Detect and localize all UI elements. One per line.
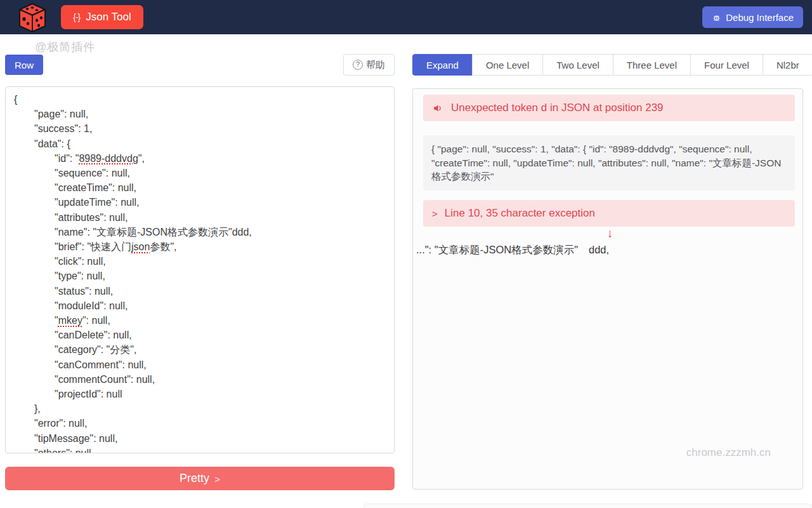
spellcheck-underline: 8989-dddvdg — [79, 153, 138, 164]
context-prefix: ...": "文章标题-JSON格式参数演示" — [416, 244, 578, 255]
editor-line: "updateTime": null, — [14, 195, 388, 210]
row-button[interactable]: Row — [5, 55, 43, 75]
editor-line: "id": "8989-dddvdg", — [14, 151, 388, 166]
plugin-watermark: @极简插件 — [35, 39, 95, 55]
chevron-right-icon: > — [214, 474, 220, 485]
editor-line: "mkey": null, — [14, 313, 388, 328]
editor-line: "others": null — [14, 446, 388, 453]
tab-two-level[interactable]: Two Level — [542, 54, 613, 76]
chevron-right-icon: > — [432, 208, 438, 219]
editor-line: "name": "文章标题-JSON格式参数演示"ddd, — [14, 225, 388, 239]
tab-four-level[interactable]: Four Level — [690, 54, 763, 76]
dice-logo-icon — [17, 3, 48, 33]
tab-nl2br[interactable]: Nl2br — [763, 54, 812, 76]
tab-expand[interactable]: Expand — [412, 54, 473, 76]
json-tool-label: Json Tool — [86, 11, 131, 23]
error-context-line: ...": "文章标题-JSON格式参数演示"ddd, — [416, 243, 609, 257]
site-watermark: chrome.zzzmh.cn — [686, 446, 771, 459]
bug-icon — [712, 13, 721, 22]
editor-line: "error": null, — [14, 416, 388, 431]
editor-line: }, — [14, 401, 388, 416]
editor-line: "tipMessage": null, — [14, 431, 388, 446]
editor-line: "createTime": null, — [14, 180, 388, 195]
spellcheck-underline: json — [131, 241, 150, 252]
editor-line: "page": null, — [14, 107, 388, 121]
editor-line: "commentCount": null, — [14, 372, 388, 387]
json-editor[interactable]: {"page": null,"success": 1,"data": {"id"… — [5, 86, 395, 453]
editor-line: "moduleId": null, — [14, 298, 388, 313]
result-panel: Unexpected token d in JSON at position 2… — [412, 88, 803, 490]
json-tool-button[interactable]: {-} Json Tool — [61, 5, 143, 29]
help-label: 帮助 — [366, 59, 385, 71]
editor-line: "type": null, — [14, 269, 388, 283]
help-button[interactable]: ? 帮助 — [343, 54, 395, 76]
view-tabs: ExpandOne LevelTwo LevelThree LevelFour … — [412, 54, 812, 76]
tab-three-level[interactable]: Three Level — [613, 54, 691, 76]
exception-banner[interactable]: > Line 10, 35 character exception — [423, 200, 795, 227]
editor-line: "click": null, — [14, 254, 388, 269]
editor-line: "data": { — [14, 137, 388, 151]
parse-error-banner: Unexpected token d in JSON at position 2… — [423, 95, 795, 121]
editor-line: "attributes": null, — [14, 210, 388, 225]
braces-icon: {-} — [73, 12, 80, 22]
editor-line: "projectId": null — [14, 387, 388, 401]
editor-line: "brief": "快速入门json参数", — [14, 239, 388, 254]
editor-line: { — [14, 92, 388, 107]
editor-line: "status": null, — [14, 284, 388, 298]
json-snippet: { "page": null, "success": 1, "data": { … — [423, 135, 795, 190]
top-navbar: {-} Json Tool Debug Interface — [0, 0, 812, 34]
question-icon: ? — [353, 60, 363, 70]
debug-interface-button[interactable]: Debug Interface — [702, 6, 803, 28]
debug-label: Debug Interface — [726, 12, 794, 23]
editor-line: "success": 1, — [14, 121, 388, 136]
error-position-arrow-icon: ↓ — [607, 227, 613, 239]
spellcheck-underline: mkey — [58, 315, 82, 326]
editor-line: "canComment": null, — [14, 358, 388, 372]
pretty-button[interactable]: Pretty > — [5, 467, 395, 490]
next-section-edge — [363, 504, 812, 508]
editor-line: "canDelete": null, — [14, 328, 388, 342]
editor-line: "sequence": null, — [14, 166, 388, 180]
tab-one-level[interactable]: One Level — [472, 54, 543, 76]
parse-error-text: Unexpected token d in JSON at position 2… — [451, 102, 664, 114]
exception-text: Line 10, 35 character exception — [445, 207, 595, 220]
pretty-label: Pretty — [180, 472, 209, 485]
speaker-icon[interactable] — [432, 102, 444, 114]
context-suffix: ddd, — [589, 244, 609, 255]
editor-line: "category": "分类", — [14, 342, 388, 357]
